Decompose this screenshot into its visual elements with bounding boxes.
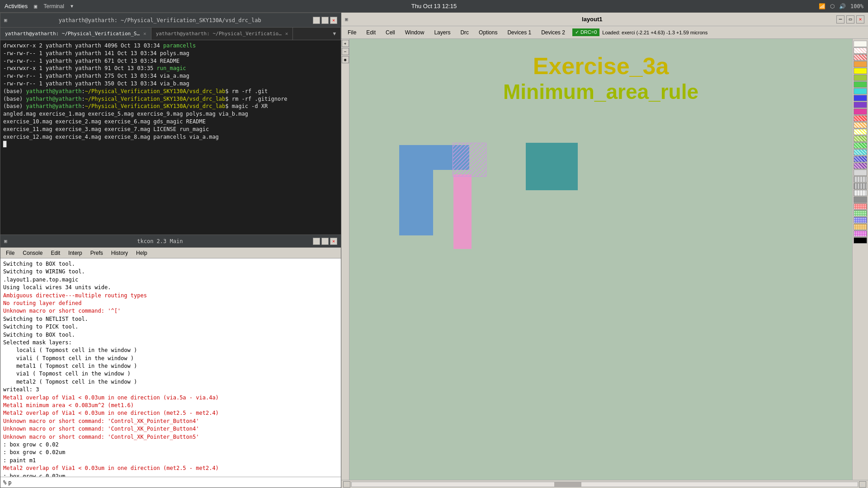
zoom-out-btn[interactable]: −: [342, 48, 349, 55]
scrollbar-track[interactable]: [351, 482, 858, 487]
system-bar-left: Activities ▣ Terminal ▼: [5, 3, 73, 9]
tk-line-27: Metal2 overlap of Via1 < 0.03um in one d…: [3, 465, 338, 472]
tkcon-window: ▣ tkcon 2.3 Main ─ □ ✕ File Console Edit…: [0, 235, 341, 488]
tk-line-18: Metal1 overlap of Via1 < 0.03um in one d…: [3, 394, 338, 402]
layer-swatch-14[interactable]: [854, 136, 867, 142]
tab1-close[interactable]: ✕: [143, 31, 146, 37]
layer-swatch-6[interactable]: [854, 81, 867, 88]
layer-swatch-black[interactable]: [854, 237, 867, 244]
layer-swatch-3[interactable]: [854, 61, 867, 67]
scrollbar-thumb[interactable]: [554, 482, 581, 487]
right-panel: ▣ layout1 ─ ▭ ✕ File Edit Cell Window La…: [341, 13, 868, 488]
scroll-right-btn[interactable]: ►: [859, 481, 866, 488]
layout-menu-layers[interactable]: Layers: [429, 28, 455, 37]
app-label[interactable]: Terminal: [44, 3, 64, 9]
tk-line-7: Unknown macro or short command: '^[': [3, 307, 338, 315]
terminal-maximize-btn[interactable]: □: [321, 17, 329, 24]
layer-swatch-11[interactable]: [854, 115, 867, 122]
layout-menu-cell[interactable]: Cell: [381, 28, 400, 37]
layer-swatch-8[interactable]: [854, 95, 867, 101]
layout-minimize-btn[interactable]: ─: [836, 15, 844, 23]
tkcon-maximize-btn[interactable]: □: [321, 238, 329, 245]
layer-swatch-13[interactable]: [854, 129, 867, 135]
layer-swatch-1[interactable]: [854, 47, 867, 54]
tkcon-menu-prefs[interactable]: Prefs: [87, 249, 107, 257]
terminal-window: ▣ yatharth@yatharth: ~/Physical_Verifica…: [0, 13, 341, 235]
layer-swatch-27[interactable]: [854, 224, 867, 230]
system-bar-right: 📶 ⬡ 🔊 100%: [819, 3, 863, 9]
tkcon-menu-console[interactable]: Console: [19, 249, 46, 257]
zoom-in-btn[interactable]: +: [342, 40, 349, 47]
layer-swatch-20[interactable]: [854, 176, 867, 183]
layout-menu-edit[interactable]: Edit: [362, 28, 380, 37]
tk-line-16: metal2 ( Topmost cell in the window ): [3, 378, 338, 386]
layer-swatch-4[interactable]: [854, 68, 867, 74]
layer-swatch-18[interactable]: [854, 163, 867, 169]
layer-swatch-12[interactable]: [854, 122, 867, 128]
layer-swatch-10[interactable]: [854, 108, 867, 115]
layer-swatch-2[interactable]: [854, 54, 867, 61]
tk-line-26: : paint m1: [3, 457, 338, 465]
layer-swatch-9[interactable]: [854, 102, 867, 108]
terminal-line-7: (base) yatharth@yatharth:~/Physical_Veri…: [3, 88, 338, 95]
tkcon-menu-file[interactable]: File: [2, 249, 18, 257]
fit-btn[interactable]: ◉: [342, 56, 349, 63]
tkcon-minimize-btn[interactable]: ─: [313, 238, 320, 245]
layer-swatch-0[interactable]: [854, 41, 867, 47]
activities-label[interactable]: Activities: [5, 3, 28, 9]
layer-swatch-24[interactable]: [854, 203, 867, 210]
layout-restore-btn[interactable]: ▭: [846, 15, 854, 23]
layout-canvas[interactable]: Exercise_3a Minimum_area_rule: [349, 39, 852, 480]
layer-swatch-21[interactable]: [854, 183, 867, 189]
terminal-line-10: angled.mag exercise_1.mag exercise_5.mag…: [3, 110, 338, 118]
layout-menu-file[interactable]: File: [343, 28, 361, 37]
terminal-line-2: -rw-rw-r-- 1 yatharth yatharth 141 Oct 1…: [3, 50, 338, 57]
layout-menu-devices1[interactable]: Devices 1: [503, 28, 536, 37]
layer-swatch-19[interactable]: [854, 169, 867, 176]
tkcon-menu-edit[interactable]: Edit: [47, 249, 64, 257]
layer-swatch-25[interactable]: [854, 210, 867, 216]
terminal-icon: ▣: [34, 3, 37, 9]
tkcon-titlebar: ▣ tkcon 2.3 Main ─ □ ✕: [0, 235, 341, 248]
tk-line-6: No routing layer defined: [3, 300, 338, 307]
tkcon-menu-history[interactable]: History: [108, 249, 132, 257]
tk-line-28: : box grow c 0.02um: [3, 473, 338, 477]
terminal-minimize-btn[interactable]: ─: [313, 17, 320, 24]
wifi-icon: 📶: [819, 3, 826, 9]
scroll-left-btn[interactable]: ◄: [343, 481, 350, 488]
layout-close-btn[interactable]: ✕: [856, 15, 864, 23]
tab-dropdown[interactable]: ▼: [328, 28, 341, 40]
tkcon-input[interactable]: [8, 479, 338, 486]
terminal-tab-2[interactable]: yatharth@yatharth: ~/Physical_Verificati…: [151, 28, 293, 40]
tk-line-14: metal1 ( Topmost cell in the window ): [3, 362, 338, 370]
terminal-tab-1[interactable]: yatharth@yatharth: ~/Physical_Verificati…: [0, 28, 151, 40]
layer-swatch-5[interactable]: [854, 75, 867, 81]
tkcon-input-row[interactable]: %: [0, 477, 341, 488]
layer-swatch-26[interactable]: [854, 217, 867, 223]
layer-swatch-22[interactable]: [854, 190, 867, 196]
layout-menu-window[interactable]: Window: [401, 28, 429, 37]
layer-swatch-7[interactable]: [854, 88, 867, 94]
tk-line-19: Metal1 minimum area < 0.083um^2 (met1.6): [3, 402, 338, 409]
tk-line-25: : box grow c 0.02um: [3, 449, 338, 456]
tk-line-11: Selected mask layers:: [3, 339, 338, 347]
dropdown-arrow[interactable]: ▼: [71, 4, 73, 9]
tab2-close[interactable]: ✕: [285, 31, 288, 37]
terminal-line-5: -rw-rw-r-- 1 yatharth yatharth 275 Oct 1…: [3, 72, 338, 80]
layout-menu-devices2[interactable]: Devices 2: [537, 28, 570, 37]
layer-swatch-16[interactable]: [854, 149, 867, 155]
layer-swatch-23[interactable]: [854, 197, 867, 203]
tk-line-1: Switching to BOX tool.: [3, 260, 338, 268]
tkcon-close-btn[interactable]: ✕: [330, 238, 337, 245]
layer-swatch-28[interactable]: [854, 230, 867, 237]
tk-line-17: writeall: 3: [3, 386, 338, 394]
tkcon-menu-interp[interactable]: Interp: [65, 249, 86, 257]
layout-menu-options[interactable]: Options: [474, 28, 502, 37]
tk-line-23: Unknown macro or short command: 'Control…: [3, 433, 338, 441]
svg-rect-1: [453, 143, 486, 177]
terminal-close-btn[interactable]: ✕: [330, 17, 337, 24]
layer-swatch-15[interactable]: [854, 142, 867, 149]
tkcon-menu-help[interactable]: Help: [132, 249, 151, 257]
layer-swatch-17[interactable]: [854, 156, 867, 162]
layout-menu-drc[interactable]: Drc: [456, 28, 473, 37]
